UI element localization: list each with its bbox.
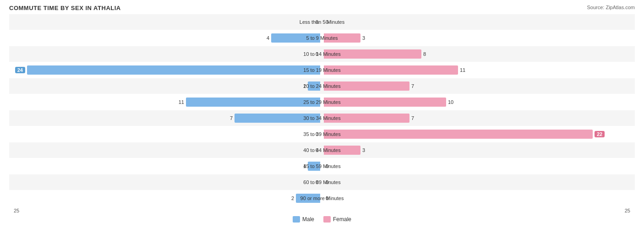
left-section: 0 xyxy=(9,126,322,142)
female-value: 0 xyxy=(326,179,334,185)
right-section: 22 xyxy=(322,126,635,142)
male-value-badge: 24 xyxy=(15,67,25,73)
male-value: 4 xyxy=(261,35,269,41)
female-bar xyxy=(324,98,446,107)
left-section: 4 xyxy=(9,30,322,46)
male-bar xyxy=(27,65,320,75)
legend-female-box xyxy=(323,216,331,223)
male-value: 7 xyxy=(224,115,233,121)
female-bar xyxy=(324,49,421,59)
legend-male-label: Male xyxy=(302,216,314,223)
male-value: 0 xyxy=(310,19,318,25)
chart-area: 00Less than 5 Minutes435 to 9 Minutes081… xyxy=(9,14,635,206)
bar-row: 02235 to 39 Minutes xyxy=(9,126,635,142)
male-bar xyxy=(296,194,320,203)
female-bar xyxy=(324,130,593,139)
chart-title: COMMUTE TIME BY SEX IN ATHALIA xyxy=(9,5,635,11)
left-section: 1 xyxy=(9,78,322,94)
right-section: 7 xyxy=(322,110,635,126)
right-section: 7 xyxy=(322,78,635,94)
axis-row: 25 25 xyxy=(9,208,635,213)
source-text: Source: ZipAtlas.com xyxy=(587,5,635,10)
left-section: 24 xyxy=(9,62,322,78)
bar-row: 1045 to 59 Minutes xyxy=(9,158,635,174)
bar-row: 0810 to 14 Minutes xyxy=(9,46,635,62)
female-value: 8 xyxy=(423,51,431,57)
bar-row: 2090 or more Minutes xyxy=(9,190,635,206)
left-section: 2 xyxy=(9,190,322,206)
male-bar xyxy=(186,98,320,107)
right-section: 0 xyxy=(322,174,635,190)
left-section: 1 xyxy=(9,158,322,174)
left-section: 0 xyxy=(9,174,322,190)
male-value: 11 xyxy=(176,99,184,105)
legend-male: Male xyxy=(293,216,314,223)
male-bar xyxy=(308,162,320,171)
male-value: 0 xyxy=(310,131,318,137)
legend-female-label: Female xyxy=(333,216,351,223)
female-value-badge: 22 xyxy=(595,131,605,137)
female-bar xyxy=(324,146,360,155)
male-value: 0 xyxy=(310,51,318,57)
male-value: 1 xyxy=(298,83,306,89)
bar-row: 435 to 9 Minutes xyxy=(9,30,635,46)
female-value: 7 xyxy=(411,115,420,121)
legend-female: Female xyxy=(323,216,351,223)
female-bar xyxy=(324,65,458,75)
right-section: 0 xyxy=(322,14,635,30)
female-value: 0 xyxy=(326,196,334,201)
right-section: 10 xyxy=(322,94,635,110)
bar-row: 1720 to 24 Minutes xyxy=(9,78,635,94)
left-section: 0 xyxy=(9,46,322,62)
female-bar xyxy=(324,114,409,123)
female-value: 3 xyxy=(362,35,371,41)
axis-left: 25 xyxy=(9,208,322,213)
left-section: 0 xyxy=(9,142,322,158)
female-value: 0 xyxy=(326,19,334,25)
male-value: 0 xyxy=(310,179,318,185)
bar-row: 111025 to 29 Minutes xyxy=(9,94,635,110)
male-value: 1 xyxy=(298,163,306,169)
chart-container: COMMUTE TIME BY SEX IN ATHALIA Source: Z… xyxy=(0,0,644,239)
bar-row: 241115 to 19 Minutes xyxy=(9,62,635,78)
female-value: 0 xyxy=(326,163,334,169)
bar-row: 7730 to 34 Minutes xyxy=(9,110,635,126)
female-bar xyxy=(324,81,409,91)
bar-row: 0060 to 89 Minutes xyxy=(9,174,635,190)
right-section: 11 xyxy=(322,62,635,78)
bar-row: 0340 to 44 Minutes xyxy=(9,142,635,158)
left-section: 0 xyxy=(9,14,322,30)
male-value: 0 xyxy=(310,147,318,153)
right-section: 0 xyxy=(322,158,635,174)
bar-row: 00Less than 5 Minutes xyxy=(9,14,635,30)
legend-male-box xyxy=(293,216,300,223)
male-bar xyxy=(308,81,320,91)
female-value: 10 xyxy=(448,99,456,105)
female-value: 11 xyxy=(460,67,468,73)
male-bar xyxy=(235,114,320,123)
right-section: 8 xyxy=(322,46,635,62)
axis-right: 25 xyxy=(322,208,635,213)
male-value: 2 xyxy=(286,196,294,201)
legend: Male Female xyxy=(9,216,635,223)
female-bar xyxy=(324,33,360,43)
right-section: 0 xyxy=(322,190,635,206)
female-value: 7 xyxy=(411,83,420,89)
right-section: 3 xyxy=(322,30,635,46)
female-value: 3 xyxy=(362,147,371,153)
male-bar xyxy=(271,33,320,43)
left-section: 11 xyxy=(9,94,322,110)
right-section: 3 xyxy=(322,142,635,158)
left-section: 7 xyxy=(9,110,322,126)
